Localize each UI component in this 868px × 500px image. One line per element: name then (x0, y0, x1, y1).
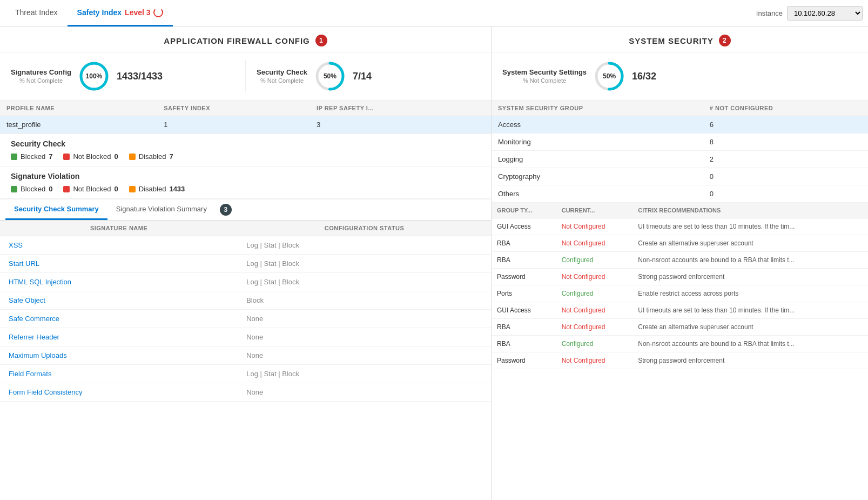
security-check-percent: 50% (324, 72, 337, 80)
system-group-table-area: SYSTEM SECURITY GROUP # NOT CONFIGURED A… (492, 101, 868, 203)
summary-table-row[interactable]: Start URLLog | Stat | Block (0, 255, 491, 273)
signatures-percent: 100% (86, 72, 103, 80)
col-safety-index: SAFETY INDEX (157, 101, 310, 116)
blocked-dot (11, 154, 17, 160)
col-sys-group: SYSTEM SECURITY GROUP (492, 101, 703, 116)
right-panel: SYSTEM SECURITY 2 System Security Settin… (492, 27, 868, 500)
sys-rec-row[interactable]: GUI AccessNot ConfiguredUI timeouts are … (492, 302, 868, 319)
col-profile-name: PROFILE NAME (0, 101, 157, 116)
not-blocked-item: Not Blocked 0 (63, 152, 118, 161)
profile-table: PROFILE NAME SAFETY INDEX IP REP SAFETY … (0, 101, 491, 134)
tab-signature-violation-summary[interactable]: Signature Violation Summary (107, 199, 216, 220)
col-ip-rep: IP REP SAFETY I... (310, 101, 491, 116)
col-sig-name: SIGNATURE NAME (0, 221, 238, 236)
sys-rec-row[interactable]: PasswordNot ConfiguredStrong password en… (492, 352, 868, 369)
app-firewall-title: APPLICATION FIREWALL CONFIG (164, 36, 310, 45)
app-firewall-header: APPLICATION FIREWALL CONFIG 1 (0, 27, 491, 52)
sys-rec-row[interactable]: RBAConfiguredNon-nsroot accounts are bou… (492, 252, 868, 269)
summary-table-row[interactable]: Field FormatsLog | Stat | Block (0, 365, 491, 383)
summary-table-row[interactable]: Safe ObjectBlock (0, 291, 491, 310)
signatures-stat: Signatures Config % Not Complete 100% 14… (11, 60, 234, 92)
sv-blocked-dot (11, 186, 17, 192)
profile-table-row[interactable]: test_profile13 (0, 116, 491, 134)
sys-group-row[interactable]: Monitoring8 (492, 134, 868, 151)
summary-table-row[interactable]: HTML SQL InjectionLog | Stat | Block (0, 273, 491, 291)
sys-group-row[interactable]: Access6 (492, 116, 868, 134)
sys-rec-row[interactable]: RBANot ConfiguredCreate an alternative s… (492, 319, 868, 336)
disabled-item: Disabled 7 (129, 152, 173, 161)
col-not-configured: # NOT CONFIGURED (703, 101, 868, 116)
security-check-fraction: 7/14 (353, 71, 372, 82)
safety-index-label: Safety Index (77, 8, 122, 17)
system-settings-donut: 50% (593, 60, 625, 92)
sys-rec-row[interactable]: RBAConfiguredNon-nsroot accounts are bou… (492, 336, 868, 352)
sys-group-table: SYSTEM SECURITY GROUP # NOT CONFIGURED A… (492, 101, 868, 203)
top-tabs-bar: Threat Index Safety Index Level 3 Instan… (0, 0, 868, 27)
security-check-title: Security Check (11, 139, 480, 148)
check-area: Security Check Blocked 7 Not Blocked 0 (0, 134, 491, 199)
security-check-items: Blocked 7 Not Blocked 0 Disabled 7 (11, 152, 480, 161)
not-blocked-dot (63, 154, 70, 160)
sys-rec-row[interactable]: RBANot ConfiguredCreate an alternative s… (492, 235, 868, 252)
signatures-label: Signatures Config % Not Complete (11, 68, 71, 84)
level-badge: Level 3 (125, 8, 150, 17)
summary-table-row[interactable]: XSSLog | Stat | Block (0, 236, 491, 255)
profile-table-area: PROFILE NAME SAFETY INDEX IP REP SAFETY … (0, 101, 491, 134)
app-firewall-badge: 1 (315, 35, 327, 46)
sys-rec-row[interactable]: GUI AccessNot ConfiguredUI timeouts are … (492, 218, 868, 235)
security-check-stat: Security Check % Not Complete 50% 7/14 (257, 60, 480, 92)
col-citrix-rec: CITRIX RECOMMENDATIONS (633, 203, 868, 218)
summary-table-area[interactable]: SIGNATURE NAME CONFIGURATION STATUS XSSL… (0, 221, 491, 500)
sys-rec-table: GROUP TY... CURRENT... CITRIX RECOMMENDA… (492, 203, 868, 369)
sys-group-row[interactable]: Logging2 (492, 151, 868, 168)
signatures-fraction: 1433/1433 (117, 71, 163, 82)
sv-disabled-item: Disabled 1433 (129, 185, 185, 193)
system-settings-stat: System Security Settings % Not Complete … (502, 60, 857, 92)
signature-violation-title: Signature Violation (11, 172, 480, 181)
summary-table-row[interactable]: Referrer HeaderNone (0, 328, 491, 346)
disabled-dot (129, 154, 136, 160)
signature-violation-items: Blocked 0 Not Blocked 0 Disabled 1433 (11, 185, 480, 193)
instance-label: Instance (756, 9, 783, 17)
system-settings-percent: 50% (603, 72, 616, 80)
col-current: CURRENT... (556, 203, 633, 218)
system-stats-row: System Security Settings % Not Complete … (492, 52, 868, 101)
sv-blocked-item: Blocked 0 (11, 185, 52, 193)
system-settings-label: System Security Settings % Not Complete (502, 68, 587, 84)
security-check-donut: 50% (314, 60, 346, 92)
tabs-left: Threat Index Safety Index Level 3 (5, 0, 173, 26)
spinner-icon (153, 8, 163, 17)
signatures-sublabel: % Not Complete (19, 77, 63, 84)
sys-rec-row[interactable]: PortsConfiguredEnable restrict access ac… (492, 285, 868, 302)
signature-violation-section: Signature Violation Blocked 0 Not Blocke… (0, 166, 491, 199)
blocked-item: Blocked 7 (11, 152, 52, 161)
security-check-label: Security Check % Not Complete (257, 68, 307, 84)
sv-disabled-dot (129, 186, 136, 192)
tab-threat-index[interactable]: Threat Index (5, 0, 68, 26)
summary-table: SIGNATURE NAME CONFIGURATION STATUS XSSL… (0, 221, 491, 402)
sv-not-blocked-dot (63, 186, 70, 192)
bottom-tabs-bar: Security Check Summary Signature Violati… (0, 199, 491, 221)
summary-table-row[interactable]: Form Field ConsistencyNone (0, 383, 491, 402)
summary-table-row[interactable]: Maximum UploadsNone (0, 346, 491, 365)
sys-group-row[interactable]: Others0 (492, 185, 868, 203)
tab-security-check-summary[interactable]: Security Check Summary (5, 199, 107, 220)
tab-safety-index[interactable]: Safety Index Level 3 (68, 0, 173, 26)
sv-not-blocked-item: Not Blocked 0 (63, 185, 118, 193)
col-config-status: CONFIGURATION STATUS (238, 221, 491, 236)
system-settings-sublabel: % Not Complete (523, 77, 566, 84)
left-panel: APPLICATION FIREWALL CONFIG 1 Signatures… (0, 27, 492, 500)
sys-rec-scroll[interactable]: GROUP TY... CURRENT... CITRIX RECOMMENDA… (492, 203, 868, 500)
sys-group-row[interactable]: Cryptography0 (492, 168, 868, 185)
firewall-stats-row: Signatures Config % Not Complete 100% 14… (0, 52, 491, 101)
summary-table-row[interactable]: Safe CommerceNone (0, 310, 491, 328)
signatures-donut: 100% (78, 60, 110, 92)
col-group-type: GROUP TY... (492, 203, 556, 218)
instance-select[interactable]: 10.102.60.28 (787, 6, 863, 21)
threat-index-label: Threat Index (15, 8, 58, 17)
sys-rec-row[interactable]: PasswordNot ConfiguredStrong password en… (492, 269, 868, 285)
security-check-section: Security Check Blocked 7 Not Blocked 0 (0, 134, 491, 166)
instance-area: Instance 10.102.60.28 (756, 6, 863, 21)
system-security-badge: 2 (719, 35, 731, 46)
system-security-header: SYSTEM SECURITY 2 (492, 27, 868, 52)
